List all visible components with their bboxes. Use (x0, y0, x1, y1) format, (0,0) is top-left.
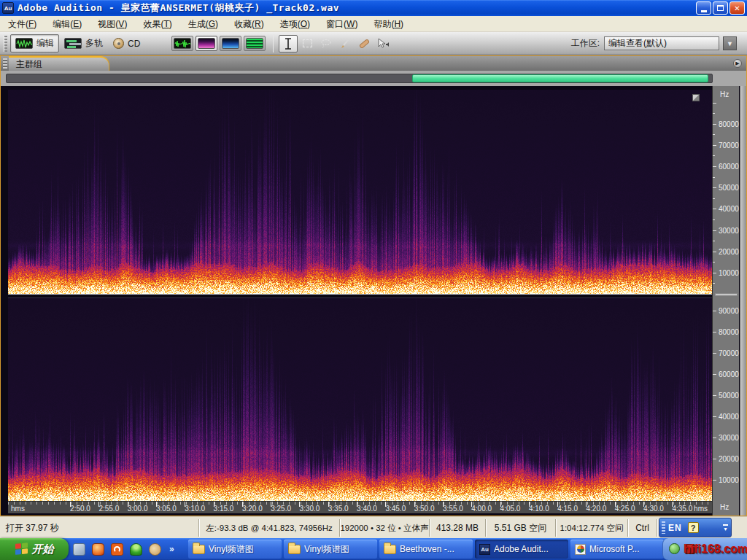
language-bar-options-icon[interactable]: ▼ (723, 527, 728, 532)
workspace-combobox[interactable]: 编辑查看(默认) (604, 36, 719, 50)
workspace-dropdown-arrow[interactable]: ▼ (723, 36, 737, 50)
freq-ruler-major-tick (713, 273, 716, 273)
waveform-view-icon (174, 38, 191, 49)
paintbrush-icon (339, 38, 351, 50)
spectral-pan-view-button[interactable] (220, 36, 241, 51)
lasso-selection-tool-button[interactable] (317, 35, 336, 52)
spectral-phase-view-button[interactable] (244, 36, 266, 51)
task-label: Adobe Audit... (494, 544, 549, 554)
tray-green-icon[interactable] (669, 543, 680, 554)
taskbar-task-button[interactable]: Beethoven -... (379, 540, 473, 559)
freq-tick-label: 90000 (719, 307, 739, 315)
taskbar-task-button[interactable]: AuAdobe Audit... (475, 540, 568, 559)
start-button-label: 开始 (32, 542, 54, 556)
panel-grip[interactable] (3, 58, 7, 69)
taskbar-task-button[interactable]: Vinyl频谱图 (188, 540, 282, 559)
language-indicator[interactable]: EN (668, 523, 682, 533)
frequency-ruler[interactable]: 8000070000600005000040000300002000010000… (712, 86, 739, 516)
taskbar-task-button[interactable]: Microsoft P... (570, 540, 664, 559)
freq-ruler-minor-tick (713, 198, 715, 199)
main-panel-group: 主群组 ▶ 8000070000600005000040000300002000… (0, 55, 747, 516)
freq-tick-label: 80000 (719, 328, 739, 336)
freq-tick-label: 10000 (719, 476, 739, 484)
spectrogram-canvas[interactable] (8, 90, 712, 501)
language-bar-grip[interactable] (662, 521, 665, 534)
taskbar-task-button[interactable]: Vinyl频谱图 (284, 540, 377, 559)
orange-swirl-icon[interactable] (111, 543, 123, 556)
freq-ruler-minor-tick (713, 219, 715, 220)
freq-tick-label: 60000 (719, 163, 739, 171)
status-bar: 打开 37.97 秒 左:-93.3 dB @ 4:41.823, 74956H… (0, 516, 747, 538)
marquee-selection-tool-button[interactable] (298, 35, 317, 52)
time-tick-label: 3:55.0 (443, 505, 463, 513)
windows-logo-icon (15, 542, 28, 556)
time-tick-label: 4:30.0 (643, 505, 664, 513)
edit-view-button[interactable]: 编辑 (10, 34, 59, 52)
time-ruler[interactable]: hms hms 2:50.02:55.03:00.03:05.03:10.03:… (8, 501, 712, 513)
navigator-view-range[interactable] (412, 74, 708, 82)
navigator-track[interactable] (6, 74, 713, 83)
spectral-display-panel: 8000070000600005000040000300002000010000… (1, 86, 746, 516)
workspace-selector: 工作区: 编辑查看(默认) ▼ (571, 36, 737, 50)
tab-main-group[interactable]: 主群组 (9, 56, 109, 71)
close-button[interactable]: ✕ (729, 1, 745, 15)
time-tick-label: 4:20.0 (586, 505, 606, 513)
menu-item[interactable]: 文件(F) (0, 16, 44, 32)
menu-item[interactable]: 选项(O) (272, 16, 318, 32)
time-tick-label: 3:30.0 (299, 505, 320, 513)
freq-tick-label: 20000 (719, 248, 739, 256)
time-tick-label: 3:05.0 (156, 505, 177, 513)
taskbar-tasks: Vinyl频谱图Vinyl频谱图Beethoven -...AuAdobe Au… (188, 540, 664, 559)
toolbar: 编辑 多轨 CD (0, 32, 747, 55)
status-file-size: 413.28 MB (430, 519, 486, 537)
spectral-frequency-view-button[interactable] (196, 36, 217, 51)
menu-item[interactable]: 编辑(E) (44, 16, 90, 32)
watermark-text: hifi168.com (684, 542, 747, 556)
vertical-scrollbar[interactable] (740, 86, 746, 516)
freq-tick-label: 20000 (719, 455, 739, 463)
orange-figure-icon[interactable] (92, 543, 104, 556)
language-help-button[interactable]: ? (688, 522, 699, 533)
healing-brush-icon (359, 38, 370, 48)
menu-item[interactable]: 收藏(R) (226, 16, 272, 32)
cd-icon (113, 38, 124, 49)
status-free-space: 5.51 GB 空间 (486, 519, 556, 537)
freq-ruler-major-tick (713, 145, 716, 146)
ibeam-icon (284, 38, 293, 50)
green-person-icon[interactable] (130, 543, 142, 556)
spot-healing-brush-tool-button[interactable] (355, 35, 374, 52)
freq-ruler-major-tick (713, 187, 716, 188)
gray-app-icon[interactable] (73, 543, 85, 556)
freq-ruler-minor-tick (713, 177, 715, 178)
waveform-view-button[interactable] (171, 36, 193, 51)
time-selection-tool-button[interactable] (279, 35, 298, 52)
time-tick-label: 2:50.0 (70, 505, 90, 513)
time-tick-label: 3:15.0 (214, 505, 234, 513)
menu-item[interactable]: 视图(V) (90, 16, 135, 32)
freq-ruler-major-tick (713, 374, 716, 375)
effects-paintbrush-tool-button[interactable] (336, 35, 355, 52)
time-tick-label: 4:00.0 (471, 505, 492, 513)
menu-item[interactable]: 生成(G) (180, 16, 226, 32)
menu-item[interactable]: 效果(T) (135, 16, 179, 32)
start-button[interactable]: 开始 (0, 538, 69, 560)
quick-launch-overflow-chevron[interactable]: » (169, 544, 174, 554)
menu-item[interactable]: 帮助(H) (365, 16, 411, 32)
toolbar-grip[interactable] (4, 36, 7, 52)
powerpoint-icon (575, 544, 586, 555)
multitrack-button[interactable]: 多轨 (59, 34, 108, 52)
task-label: Microsoft P... (589, 544, 639, 554)
freq-ruler-major-tick (713, 353, 716, 354)
folder-icon (288, 545, 301, 554)
display-corner-widget[interactable] (692, 94, 700, 101)
language-bar-minimize-icon[interactable] (723, 524, 728, 526)
cd-button[interactable]: CD (108, 35, 145, 52)
time-tick-label: 3:40.0 (357, 505, 377, 513)
scrub-tool-button[interactable] (374, 35, 392, 52)
panel-menu-button[interactable]: ▶ (733, 59, 742, 68)
tan-mascot-icon[interactable] (149, 543, 161, 556)
desktop: Au Adobe Audition - 皇家芭蕾ANSERMET(胡桃夹子) _… (0, 0, 747, 560)
restore-button[interactable] (713, 1, 728, 15)
menu-item[interactable]: 窗口(W) (318, 16, 365, 32)
minimize-button[interactable] (696, 1, 711, 15)
